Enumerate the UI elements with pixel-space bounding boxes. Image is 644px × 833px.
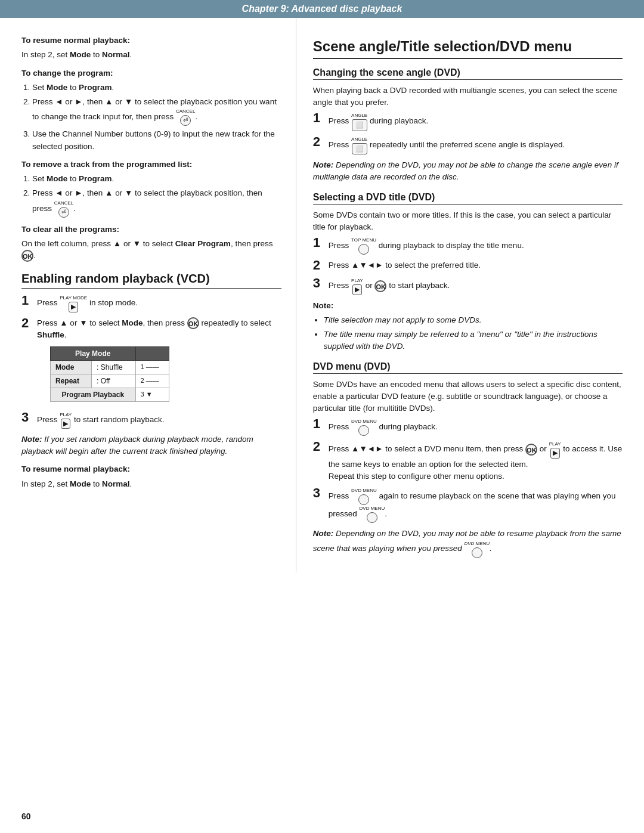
remove-track-heading: To remove a track from the programmed li… <box>21 159 281 171</box>
remove-track-step2: Press ◄ or ►, then ▲ or ▼ to select the … <box>32 187 281 217</box>
playmode-btn-wrapper: PLAY MODE ▶ <box>60 295 87 312</box>
table-header: Play Mode <box>51 346 136 360</box>
table-header-right <box>135 346 169 360</box>
dvd-title-section: Selecting a DVD title (DVD) Some DVDs co… <box>313 192 623 353</box>
resume-text-1: In step 2, set Mode to Normal. <box>21 49 281 61</box>
remove-track-list: Set Mode to Program. Press ◄ or ►, then … <box>32 173 281 218</box>
resume-heading-2: To resume normal playback: <box>21 463 281 475</box>
topmenu-button <box>358 244 369 255</box>
scene-angle-note: Note: Depending on the DVD, you may not … <box>313 159 623 184</box>
change-program-heading: To change the program: <box>21 67 281 79</box>
dvdmenu-btn-note: DVD MENU <box>464 540 490 558</box>
dvdmenu-btn-1: DVD MENU <box>351 418 377 436</box>
scene-angle-section: Changing the scene angle (DVD) When play… <box>313 67 623 184</box>
mode-right: 1 —— <box>135 360 169 374</box>
scene-angle-intro: When playing back a DVD recorded with mu… <box>313 85 623 109</box>
angle-button-1: ⬜ <box>352 119 367 131</box>
random-step-2: 2 Press ▲ or ▼ to select Mode, then pres… <box>21 317 281 407</box>
random-note: Note: If you set random playback during … <box>21 433 281 458</box>
row3-right: 3 ▼ <box>135 388 169 401</box>
dvdmenu-button-1 <box>358 425 369 436</box>
dvd-title-note-1: Title selection may not apply to some DV… <box>324 314 623 326</box>
cancel-button-2: ⏎ <box>58 207 69 218</box>
play-btn-dvdmenu: PLAY ▶ <box>549 441 561 458</box>
dvdmenu-btn-3: DVD MENU <box>351 487 377 505</box>
dvd-menu-step-2: 2 Press ▲▼◄► to select a DVD menu item, … <box>313 441 623 482</box>
chapter-title: Chapter 9: Advanced disc playback <box>12 4 632 14</box>
mode-label: Mode <box>51 360 92 374</box>
angle-btn-2: ANGLE ⬜ <box>351 136 367 154</box>
mode-value: : Shuffle <box>91 360 135 374</box>
cancel-btn-wrapper: CANCEL ⏎ <box>176 108 195 126</box>
table-header-row: Play Mode <box>51 346 169 360</box>
random-playback-section: Enabling random playback (VCD) 1 Press P… <box>21 271 281 457</box>
resume-normal-1: To resume normal playback: In step 2, se… <box>21 35 281 61</box>
dvd-menu-step-1: 1 Press DVD MENU during playback. <box>313 418 623 436</box>
main-right-title: Scene angle/Title selection/DVD menu <box>313 38 623 59</box>
resume-normal-2: To resume normal playback: In step 2, se… <box>21 463 281 490</box>
program-playback-label: Program Playback <box>51 388 136 401</box>
scene-angle-title: Changing the scene angle (DVD) <box>313 67 623 80</box>
resume-text-2: In step 2, set Mode to Normal. <box>21 478 281 490</box>
angle-button-2: ⬜ <box>352 143 367 154</box>
play-mode-table: Play Mode Mode : Shuffle 1 —— Repeat : O… <box>50 346 169 402</box>
right-column: Scene angle/Title selection/DVD menu Cha… <box>296 18 644 572</box>
table-row-mode: Mode : Shuffle 1 —— <box>51 360 169 374</box>
ok-button-random: OK <box>187 317 199 329</box>
main-content: To resume normal playback: In step 2, se… <box>0 18 644 572</box>
table-row-repeat: Repeat : Off 2 —— <box>51 374 169 388</box>
remove-track-section: To remove a track from the programmed li… <box>21 159 281 218</box>
page-number: 60 <box>21 812 31 821</box>
dvd-title-step-1: 1 Press TOP MENU during playback to disp… <box>313 237 623 255</box>
cancel-button: ⏎ <box>180 115 191 126</box>
dvd-title-note-2: The title menu may simply be referred to… <box>324 329 623 353</box>
dvd-title-heading: Selecting a DVD title (DVD) <box>313 192 623 205</box>
random-step-1: 1 Press PLAY MODE ▶ in stop mode. <box>21 295 281 312</box>
play-button-dvdmenu: ▶ <box>550 448 560 458</box>
play-button-random: ▶ <box>61 419 70 429</box>
ok-button-title: OK <box>374 280 386 292</box>
left-column: To resume normal playback: In step 2, se… <box>0 18 296 572</box>
dvd-title-intro: Some DVDs contain two or more titles. If… <box>313 209 623 234</box>
dvd-menu-note: Note: Depending on the DVD, you may not … <box>313 528 623 558</box>
dvd-title-step-2: 2 Press ▲▼◄► to select the preferred tit… <box>313 259 623 272</box>
change-program-step3: Use the Channel Number buttons (0-9) to … <box>32 128 281 153</box>
scene-step-1: 1 Press ANGLE ⬜ during playback. <box>313 112 623 131</box>
ok-button-clear: OK <box>21 250 33 262</box>
topmenu-btn-wrapper: TOP MENU <box>351 237 376 255</box>
repeat-value: : Off <box>91 374 135 388</box>
dvdmenu-button-note <box>472 547 482 558</box>
change-program-step1: Set Mode to Program. <box>32 82 281 94</box>
dvd-title-note-list: Title selection may not apply to some DV… <box>324 314 623 353</box>
repeat-right: 2 —— <box>135 374 169 388</box>
dvdmenu-button-3b <box>367 512 377 523</box>
clear-programs-section: To clear all the programs: On the left c… <box>21 224 281 262</box>
angle-btn-1: ANGLE ⬜ <box>351 112 367 131</box>
resume-heading-1: To resume normal playback: <box>21 35 281 47</box>
dvd-title-step-3: 3 Press PLAY ▶ or OK to start playback. <box>313 277 623 295</box>
page-header: Chapter 9: Advanced disc playback <box>0 0 644 18</box>
table-row-3: Program Playback 3 ▼ <box>51 388 169 401</box>
remove-track-step1: Set Mode to Program. <box>32 173 281 185</box>
repeat-label: Repeat <box>51 374 92 388</box>
play-btn-title: PLAY ▶ <box>351 277 363 295</box>
clear-programs-text: On the left column, press ▲ or ▼ to sele… <box>21 238 281 262</box>
cancel-btn-wrapper-2: CANCEL ⏎ <box>54 200 73 218</box>
scene-step-2: 2 Press ANGLE ⬜ repeatedly until the pre… <box>313 136 623 154</box>
change-program-list: Set Mode to Program. Press ◄ or ►, then … <box>32 82 281 153</box>
change-program-step2: Press ◄ or ►, then ▲ or ▼ to select the … <box>32 96 281 126</box>
dvd-menu-heading: DVD menu (DVD) <box>313 361 623 374</box>
clear-programs-heading: To clear all the programs: <box>21 224 281 236</box>
ok-button-dvdmenu: OK <box>525 444 537 456</box>
dvd-title-note-label: Note: <box>313 300 623 312</box>
dvd-menu-intro: Some DVDs have an encoded menu that allo… <box>313 379 623 415</box>
play-btn-wrapper-random: PLAY ▶ <box>60 411 72 429</box>
playmode-button: ▶ <box>69 302 78 312</box>
random-step-3: 3 Press PLAY ▶ to start random playback. <box>21 411 281 429</box>
dvdmenu-btn-3b: DVD MENU <box>360 505 385 523</box>
dvd-menu-step-3: 3 Press DVD MENU again to resume playbac… <box>313 487 623 523</box>
dvd-title-note-section: Note: Title selection may not apply to s… <box>313 300 623 353</box>
play-button-title: ▶ <box>352 284 362 295</box>
change-program-section: To change the program: Set Mode to Progr… <box>21 67 281 153</box>
dvdmenu-button-3 <box>358 494 369 505</box>
